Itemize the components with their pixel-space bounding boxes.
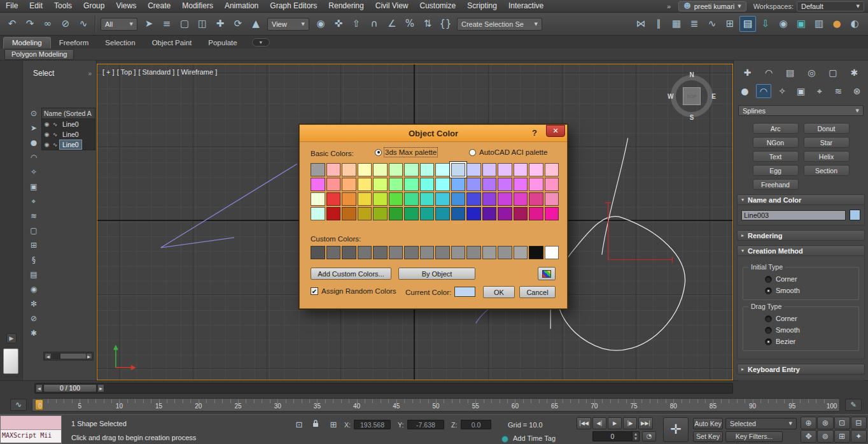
dialog-close-button[interactable]: ✕ bbox=[546, 125, 565, 137]
track-bar[interactable]: 0510152025303540455055606570758085909510… bbox=[32, 398, 840, 412]
menu-interactive[interactable]: Interactive bbox=[503, 0, 549, 12]
isolate-selection-toggle[interactable]: ⊡ bbox=[293, 419, 305, 430]
menu-graph-editors[interactable]: Graph Editors bbox=[264, 0, 323, 12]
ok-button[interactable]: OK bbox=[483, 286, 515, 298]
menu-edit[interactable]: Edit bbox=[24, 0, 48, 12]
menu-rendering[interactable]: Rendering bbox=[323, 0, 369, 12]
viewport-menu-plus[interactable]: [ + ] bbox=[102, 68, 115, 76]
viewport-layout-tab[interactable] bbox=[3, 348, 18, 374]
color-swatch[interactable] bbox=[466, 192, 481, 206]
color-swatch[interactable] bbox=[529, 246, 543, 259]
color-swatch[interactable] bbox=[389, 163, 403, 176]
color-swatch[interactable] bbox=[311, 192, 325, 206]
color-swatch[interactable] bbox=[342, 207, 356, 220]
dialog-help-button[interactable]: ? bbox=[529, 127, 540, 139]
modify-tab-icon[interactable]: ◠ bbox=[761, 66, 776, 80]
color-swatch[interactable] bbox=[545, 207, 559, 220]
spinner-down-icon[interactable]: ▼ bbox=[633, 436, 639, 441]
visibility-icon[interactable]: ◉ bbox=[43, 121, 50, 127]
cameras-category-icon[interactable]: ▣ bbox=[794, 84, 809, 98]
drag-type-bezier[interactable]: Bezier bbox=[765, 336, 856, 347]
window-crossing-toggle-icon[interactable]: ◫ bbox=[194, 16, 211, 32]
macro-recorder-pane[interactable] bbox=[1, 416, 61, 430]
scene-list-item[interactable]: ◉∿Line0 bbox=[42, 129, 95, 140]
select-and-scale-icon[interactable]: ▲ bbox=[248, 16, 264, 32]
time-configuration-button[interactable]: ◔ bbox=[642, 431, 656, 441]
layer-explorer-toggle-icon[interactable]: ≣ bbox=[686, 16, 703, 32]
menu-animation[interactable]: Animation bbox=[219, 0, 264, 12]
color-swatch[interactable] bbox=[451, 163, 466, 176]
filter-bones-icon[interactable]: § bbox=[28, 254, 39, 266]
color-swatch[interactable] bbox=[342, 246, 356, 259]
color-swatch[interactable] bbox=[466, 207, 481, 220]
cloud-render-icon[interactable]: ⇩ bbox=[757, 16, 774, 32]
color-swatch[interactable] bbox=[498, 163, 512, 176]
compass-north[interactable]: N bbox=[689, 71, 694, 78]
color-swatch[interactable] bbox=[420, 207, 435, 220]
time-slider-track[interactable]: ◀ 0 / 100 ▶ bbox=[34, 383, 733, 394]
scene-list-item[interactable]: ◉∿Line0 bbox=[42, 140, 95, 150]
explorer-horizontal-scrollbar[interactable]: ◀ ▶ bbox=[43, 352, 94, 361]
viewcube[interactable]: TOP N S W E bbox=[668, 72, 716, 120]
trackbar-edit-button[interactable]: ✎ bbox=[845, 399, 862, 411]
visibility-icon[interactable]: ◉ bbox=[43, 141, 50, 148]
curve-editor-icon[interactable]: ∿ bbox=[704, 16, 720, 32]
color-swatch[interactable] bbox=[482, 178, 497, 191]
utilities-tab-icon[interactable]: ✱ bbox=[846, 66, 862, 80]
render-iterative-icon[interactable]: ◐ bbox=[846, 16, 863, 32]
tab-selection[interactable]: Selection bbox=[97, 38, 143, 48]
viewcube-top-face[interactable]: TOP bbox=[683, 87, 701, 105]
panel-chevrons[interactable]: » bbox=[88, 70, 92, 77]
color-swatch[interactable] bbox=[498, 192, 512, 206]
object-type-text[interactable]: Text bbox=[753, 151, 799, 162]
drag-type-smooth[interactable]: Smooth bbox=[765, 324, 856, 336]
menu-customize[interactable]: Customize bbox=[414, 0, 462, 12]
listener-output-pane[interactable]: MAXScript Mii bbox=[1, 430, 61, 443]
color-swatch[interactable] bbox=[435, 163, 450, 176]
color-swatch[interactable] bbox=[373, 246, 388, 259]
color-swatch[interactable] bbox=[326, 163, 341, 176]
object-type-freehand[interactable]: Freehand bbox=[753, 179, 799, 190]
tab-freeform[interactable]: Freeform bbox=[51, 38, 97, 48]
viewport-menu-shading[interactable]: [ Wireframe ] bbox=[177, 68, 217, 76]
set-keys-button[interactable]: ✛ bbox=[663, 417, 689, 442]
snaps-toggle-icon[interactable]: ∩ bbox=[366, 16, 382, 32]
maximize-viewport-icon[interactable]: ⊞ bbox=[834, 430, 850, 443]
color-swatch[interactable] bbox=[373, 207, 388, 220]
drag-type-corner[interactable]: Corner bbox=[765, 313, 856, 324]
use-pivot-center-icon[interactable]: ◉ bbox=[312, 16, 329, 32]
select-and-manipulate-icon[interactable]: ✜ bbox=[330, 16, 347, 32]
add-custom-colors-button[interactable]: Add Custom Colors... bbox=[311, 268, 391, 280]
spline-category-dropdown[interactable]: Splines ▼ bbox=[738, 105, 864, 116]
spinner-up-icon[interactable]: ▲ bbox=[633, 432, 639, 436]
color-swatch[interactable] bbox=[466, 178, 481, 191]
color-swatch[interactable] bbox=[451, 246, 466, 259]
y-coordinate-field[interactable] bbox=[407, 420, 444, 429]
rectangular-selection-region-icon[interactable]: ▢ bbox=[176, 16, 193, 32]
color-swatch[interactable] bbox=[420, 246, 435, 259]
create-tab-icon[interactable]: ✚ bbox=[740, 66, 755, 80]
current-frame-field[interactable]: 0 ▲ ▼ bbox=[592, 431, 640, 441]
viewport-layout-expand-button[interactable]: ▶ bbox=[6, 333, 17, 343]
color-swatch[interactable] bbox=[545, 246, 559, 259]
color-swatch[interactable] bbox=[514, 246, 528, 259]
object-type-egg[interactable]: Egg bbox=[753, 165, 799, 176]
zoom-extents-icon[interactable]: ⊡ bbox=[834, 417, 850, 429]
color-swatch[interactable] bbox=[498, 246, 512, 259]
menu-group[interactable]: Group bbox=[78, 0, 110, 12]
object-type-helix[interactable]: Helix bbox=[804, 151, 850, 162]
menu-overflow-chevrons[interactable]: » bbox=[663, 3, 675, 10]
color-swatch[interactable] bbox=[420, 163, 435, 176]
color-swatch[interactable] bbox=[342, 163, 356, 176]
transform-typein-toggle[interactable]: ⊞ bbox=[327, 419, 340, 430]
color-swatch[interactable] bbox=[435, 192, 450, 206]
compass-east[interactable]: E bbox=[711, 93, 716, 100]
color-swatch[interactable] bbox=[389, 207, 403, 220]
filter-shapes-icon[interactable]: ◠ bbox=[28, 152, 39, 163]
lights-category-icon[interactable]: ✧ bbox=[774, 84, 790, 98]
explorer-find-icon[interactable]: ⊙ bbox=[28, 108, 39, 119]
render-production-icon[interactable]: ● bbox=[829, 16, 845, 32]
color-swatch[interactable] bbox=[545, 178, 559, 191]
filter-materials-icon[interactable]: ◉ bbox=[28, 283, 39, 295]
color-swatch[interactable] bbox=[326, 246, 341, 259]
